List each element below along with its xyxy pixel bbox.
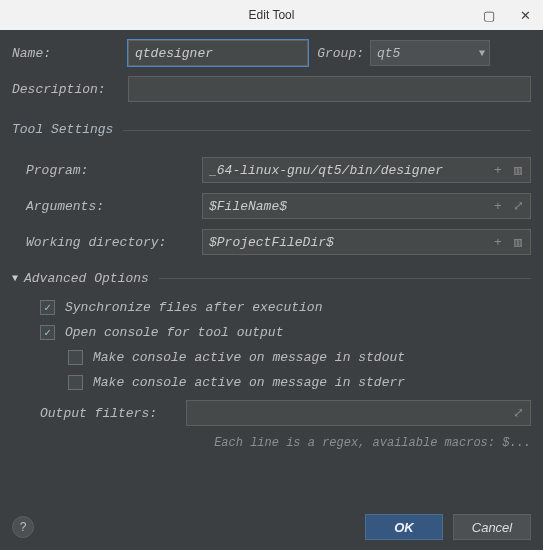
stdout-label: Make console active on message in stdout xyxy=(93,350,405,365)
arguments-label: Arguments: xyxy=(26,199,196,214)
expand-icon[interactable]: ⤢ xyxy=(510,198,526,214)
help-button[interactable]: ? xyxy=(12,516,34,538)
workdir-row: Working directory: $ProjectFileDir$ + ▥ xyxy=(26,229,531,255)
browse-folder-icon[interactable]: ▥ xyxy=(510,234,526,250)
workdir-input[interactable]: $ProjectFileDir$ + ▥ xyxy=(202,229,531,255)
ok-button[interactable]: OK xyxy=(365,514,443,540)
name-label: Name: xyxy=(12,46,122,61)
chevron-down-icon: ▼ xyxy=(479,48,485,59)
collapse-triangle-icon: ▼ xyxy=(12,273,18,284)
window-title: Edit Tool xyxy=(249,8,295,22)
tool-settings-title: Tool Settings xyxy=(12,122,113,137)
group-label: Group: xyxy=(314,46,364,61)
sync-label: Synchronize files after execution xyxy=(65,300,322,315)
sync-checkbox-row[interactable]: ✓ Synchronize files after execution xyxy=(40,300,531,315)
filters-input[interactable]: ⤢ xyxy=(186,400,531,426)
dialog-footer: ? OK Cancel xyxy=(12,514,531,540)
group-select[interactable]: qt5 ▼ xyxy=(370,40,490,66)
filters-label: Output filters: xyxy=(40,406,180,421)
cancel-button[interactable]: Cancel xyxy=(453,514,531,540)
description-row: Description: xyxy=(12,76,531,102)
stderr-label: Make console active on message in stderr xyxy=(93,375,405,390)
stderr-checkbox-row[interactable]: Make console active on message in stderr xyxy=(68,375,531,390)
titlebar: Edit Tool ▢ ✕ xyxy=(0,0,543,30)
checkbox-unchecked-icon[interactable] xyxy=(68,375,83,390)
workdir-label: Working directory: xyxy=(26,235,196,250)
close-button[interactable]: ✕ xyxy=(507,0,543,30)
filters-hint: Each line is a regex, available macros: … xyxy=(40,436,531,450)
window-buttons: ▢ ✕ xyxy=(471,0,543,30)
arguments-input[interactable]: $FileName$ + ⤢ xyxy=(202,193,531,219)
description-input[interactable] xyxy=(128,76,531,102)
checkbox-checked-icon[interactable]: ✓ xyxy=(40,300,55,315)
maximize-button[interactable]: ▢ xyxy=(471,0,507,30)
description-label: Description: xyxy=(12,82,122,97)
group-value: qt5 xyxy=(377,46,479,61)
name-row: Name: Group: qt5 ▼ xyxy=(12,40,531,66)
insert-macro-icon[interactable]: + xyxy=(490,199,506,214)
separator xyxy=(123,130,531,131)
checkbox-checked-icon[interactable]: ✓ xyxy=(40,325,55,340)
advanced-header[interactable]: ▼ Advanced Options xyxy=(12,271,531,286)
tool-settings-header: Tool Settings xyxy=(12,114,531,147)
dialog-body: Name: Group: qt5 ▼ Description: Tool Set… xyxy=(0,30,543,460)
stdout-checkbox-row[interactable]: Make console active on message in stdout xyxy=(68,350,531,365)
open-console-label: Open console for tool output xyxy=(65,325,283,340)
browse-folder-icon[interactable]: ▥ xyxy=(510,162,526,178)
advanced-title: Advanced Options xyxy=(24,271,149,286)
program-input[interactable]: _64-linux-gnu/qt5/bin/designer + ▥ xyxy=(202,157,531,183)
open-console-checkbox-row[interactable]: ✓ Open console for tool output xyxy=(40,325,531,340)
name-input[interactable] xyxy=(128,40,308,66)
checkbox-unchecked-icon[interactable] xyxy=(68,350,83,365)
output-filters-row: Output filters: ⤢ xyxy=(40,400,531,426)
program-label: Program: xyxy=(26,163,196,178)
program-row: Program: _64-linux-gnu/qt5/bin/designer … xyxy=(26,157,531,183)
insert-macro-icon[interactable]: + xyxy=(490,163,506,178)
arguments-row: Arguments: $FileName$ + ⤢ xyxy=(26,193,531,219)
insert-macro-icon[interactable]: + xyxy=(490,235,506,250)
expand-icon[interactable]: ⤢ xyxy=(510,405,526,421)
separator xyxy=(159,278,531,279)
